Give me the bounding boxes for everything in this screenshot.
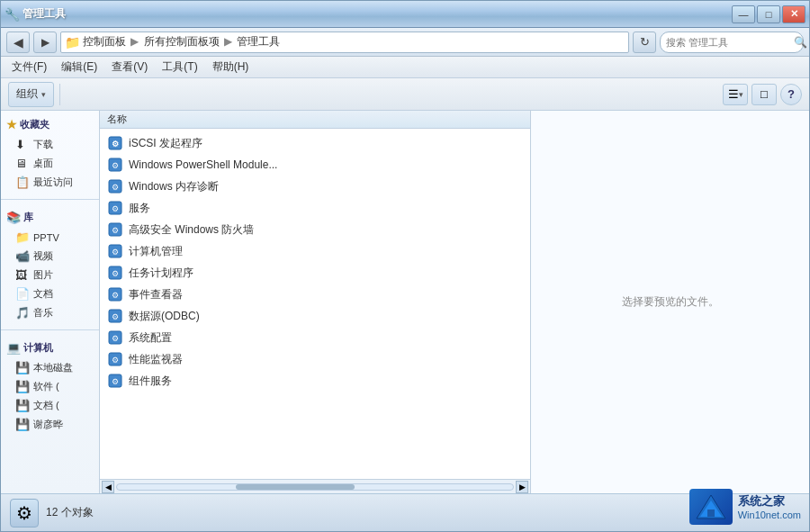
- toolbar: 组织 ▾ ☰ ▾ □ ?: [1, 78, 809, 111]
- hscroll-left-button[interactable]: ◀: [102, 481, 114, 493]
- nav-item-recent-label: 最近访问: [33, 176, 73, 189]
- menu-file[interactable]: 文件(F): [4, 58, 54, 77]
- file-list: ⚙ iSCSI 发起程序 ⚙ Windows PowerShell Module…: [100, 129, 530, 479]
- svg-text:⚙: ⚙: [112, 226, 119, 235]
- organize-button[interactable]: 组织 ▾: [8, 82, 54, 107]
- nav-item-doc-disk[interactable]: 💾 文档 (: [1, 396, 99, 415]
- nav-item-desktop-label: 桌面: [33, 157, 53, 170]
- svg-text:⚙: ⚙: [112, 269, 119, 278]
- documents-icon: 📄: [15, 287, 30, 301]
- svg-text:⚙: ⚙: [112, 356, 119, 365]
- nav-item-pictures[interactable]: 🖼 图片: [1, 266, 99, 284]
- minimize-button[interactable]: —: [732, 5, 755, 23]
- name-column-header[interactable]: 名称: [104, 113, 130, 126]
- file-item-event-viewer[interactable]: ⚙ 事件查看器: [100, 284, 530, 305]
- iscsi-icon: ⚙: [107, 135, 123, 151]
- menu-help[interactable]: 帮助(H): [205, 58, 256, 77]
- nav-item-recent[interactable]: 📋 最近访问: [1, 173, 99, 192]
- favorites-header[interactable]: ★ 收藏夹: [1, 114, 99, 135]
- close-button[interactable]: ✕: [782, 5, 806, 23]
- horizontal-scrollbar: ◀ ▶: [100, 479, 530, 493]
- view-list-icon: ☰: [728, 87, 739, 101]
- computer-header[interactable]: 💻 计算机: [1, 338, 99, 358]
- menu-edit[interactable]: 编辑(E): [54, 58, 104, 77]
- nav-item-doc-disk-label: 文档 (: [33, 399, 59, 412]
- nav-pane: ★ 收藏夹 ⬇ 下载 🖥 桌面 📋 最近访问: [1, 111, 100, 493]
- nav-item-pptv-label: PPTV: [33, 232, 59, 243]
- computer-mgmt-icon: ⚙: [107, 243, 123, 259]
- address-path: 控制面板 ▶ 所有控制面板项 ▶ 管理工具: [83, 34, 280, 50]
- maximize-view-button[interactable]: □: [752, 84, 777, 105]
- hscroll-right-button[interactable]: ▶: [516, 481, 528, 493]
- maximize-button[interactable]: □: [757, 5, 780, 23]
- nav-item-pptv[interactable]: 📁 PPTV: [1, 228, 99, 247]
- svg-text:⚙: ⚙: [112, 161, 119, 170]
- search-box[interactable]: 🔍: [660, 32, 804, 53]
- pptv-icon: 📁: [15, 230, 30, 244]
- nav-divider-1: [1, 199, 99, 200]
- nav-item-music[interactable]: 🎵 音乐: [1, 303, 99, 322]
- perfmon-icon: ⚙: [107, 351, 123, 367]
- nav-item-software-disk-label: 软件 (: [33, 380, 59, 393]
- window-controls: — □ ✕: [732, 5, 806, 23]
- view-toggle-button[interactable]: ☰ ▾: [723, 84, 748, 105]
- user-disk-icon: 💾: [15, 418, 30, 431]
- nav-item-video[interactable]: 📹 视频: [1, 247, 99, 266]
- doc-disk-icon: 💾: [15, 399, 30, 412]
- nav-item-local-disk[interactable]: 💾 本地磁盘: [1, 358, 99, 377]
- computer-label: 计算机: [23, 341, 53, 355]
- menu-bar: 文件(F) 编辑(E) 查看(V) 工具(T) 帮助(H): [1, 57, 809, 78]
- menu-tools[interactable]: 工具(T): [155, 58, 204, 77]
- preview-message: 选择要预览的文件。: [622, 294, 719, 310]
- firewall-icon: ⚙: [107, 221, 123, 238]
- file-item-odbc[interactable]: ⚙ 数据源(ODBC): [100, 305, 530, 327]
- organize-chevron-icon: ▾: [41, 90, 46, 99]
- file-item-perfmon-name: 性能监视器: [129, 352, 183, 367]
- nav-item-desktop[interactable]: 🖥 桌面: [1, 154, 99, 173]
- status-icon: ⚙: [10, 499, 39, 527]
- music-icon: 🎵: [15, 306, 30, 320]
- nav-item-download[interactable]: ⬇ 下载: [1, 135, 99, 154]
- file-item-computer-mgmt-name: 计算机管理: [129, 244, 183, 259]
- maximize-icon: □: [760, 87, 768, 101]
- hscroll-track[interactable]: [116, 483, 514, 491]
- file-item-component-services-name: 组件服务: [129, 374, 172, 389]
- file-item-computer-mgmt[interactable]: ⚙ 计算机管理: [100, 240, 530, 262]
- file-item-memory[interactable]: ⚙ Windows 内存诊断: [100, 176, 530, 197]
- refresh-button[interactable]: ↻: [633, 32, 656, 53]
- file-item-component-services[interactable]: ⚙ 组件服务: [100, 370, 530, 392]
- software-disk-icon: 💾: [15, 380, 30, 393]
- file-item-sysconfig-name: 系统配置: [129, 330, 172, 346]
- libraries-header[interactable]: 📚 库: [1, 207, 99, 228]
- watermark-title: 系统之家: [738, 493, 801, 509]
- file-item-powershell[interactable]: ⚙ Windows PowerShell Module...: [100, 154, 530, 176]
- svg-text:⚙: ⚙: [112, 291, 119, 300]
- svg-text:⚙: ⚙: [112, 248, 119, 257]
- nav-item-download-label: 下载: [33, 138, 53, 151]
- help-button[interactable]: ?: [780, 84, 802, 105]
- pictures-icon: 🖼: [15, 268, 30, 282]
- file-item-task-scheduler[interactable]: ⚙ 任务计划程序: [100, 262, 530, 284]
- window-icon: 🔧: [4, 7, 19, 22]
- nav-item-documents[interactable]: 📄 文档: [1, 284, 99, 303]
- file-item-iscsi[interactable]: ⚙ iSCSI 发起程序: [100, 132, 530, 154]
- watermark-logo: [689, 489, 733, 525]
- file-item-services[interactable]: ⚙ 服务: [100, 197, 530, 219]
- search-input[interactable]: [666, 37, 790, 48]
- svg-text:⚙: ⚙: [112, 334, 119, 343]
- nav-item-user-disk[interactable]: 💾 谢彦晔: [1, 415, 99, 434]
- address-path-container[interactable]: 📁 控制面板 ▶ 所有控制面板项 ▶ 管理工具: [60, 32, 629, 53]
- svg-rect-26: [707, 509, 715, 517]
- toolbar-separator: [59, 84, 60, 105]
- menu-view[interactable]: 查看(V): [104, 58, 155, 77]
- nav-item-software-disk[interactable]: 💾 软件 (: [1, 377, 99, 396]
- forward-button[interactable]: ▶: [33, 32, 57, 53]
- file-item-firewall[interactable]: ⚙ 高级安全 Windows 防火墙: [100, 219, 530, 240]
- list-header: 名称: [100, 111, 530, 129]
- main-window: 🔧 管理工具 — □ ✕ ◀ ▶ 📁 控制面板 ▶ 所有控制面板项 ▶ 管理工具…: [0, 0, 810, 532]
- back-button[interactable]: ◀: [6, 32, 30, 53]
- nav-item-video-label: 视频: [33, 249, 53, 263]
- file-item-perfmon[interactable]: ⚙ 性能监视器: [100, 348, 530, 370]
- recent-icon: 📋: [15, 176, 30, 189]
- file-item-sysconfig[interactable]: ⚙ 系统配置: [100, 327, 530, 348]
